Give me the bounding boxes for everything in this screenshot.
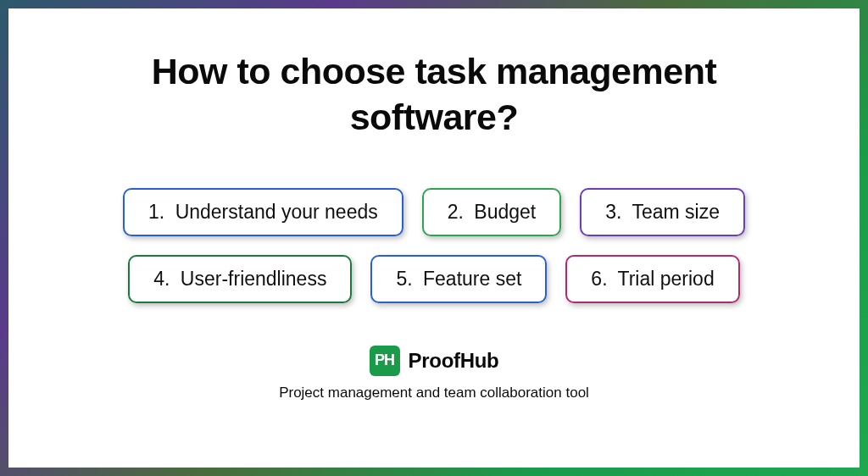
card: How to choose task management software? … — [8, 8, 860, 468]
criteria-label: Understand your needs — [175, 201, 378, 223]
criteria-pill: 3. Team size — [580, 188, 745, 236]
criteria-number: 4. — [153, 268, 170, 290]
criteria-list: 1. Understand your needs2. Budget3. Team… — [70, 188, 798, 303]
criteria-pill: 1. Understand your needs — [123, 188, 403, 236]
brand-logo-icon: PH — [370, 346, 400, 376]
criteria-pill: 4. User-friendliness — [128, 255, 352, 303]
brand-block: PH ProofHub — [370, 346, 499, 376]
criteria-number: 3. — [605, 201, 621, 223]
criteria-number: 6. — [591, 268, 607, 290]
criteria-label: Team size — [632, 201, 720, 223]
criteria-number: 1. — [148, 201, 164, 223]
criteria-pill: 5. Feature set — [370, 255, 547, 303]
criteria-pill: 2. Budget — [422, 188, 561, 236]
criteria-pill: 6. Trial period — [565, 255, 739, 303]
brand-name: ProofHub — [409, 349, 499, 373]
criteria-label: User-friendliness — [181, 268, 327, 290]
criteria-label: Trial period — [618, 268, 715, 290]
page-title: How to choose task management software? — [70, 49, 798, 141]
brand-tagline: Project management and team collaboratio… — [279, 385, 589, 401]
criteria-label: Feature set — [423, 268, 521, 290]
criteria-number: 5. — [396, 268, 412, 290]
criteria-number: 2. — [448, 201, 464, 223]
criteria-label: Budget — [474, 201, 536, 223]
